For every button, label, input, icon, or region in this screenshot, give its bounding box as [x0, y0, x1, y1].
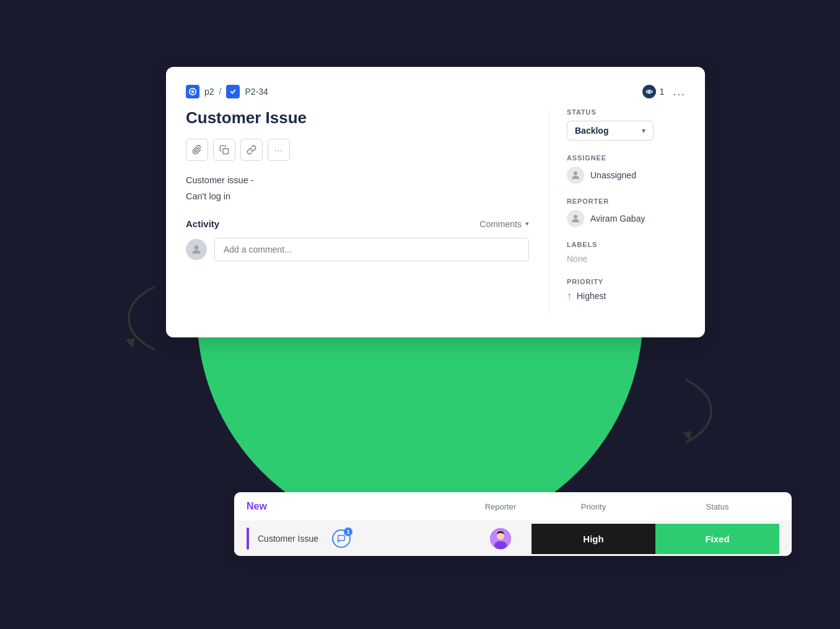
copy-icon — [219, 145, 229, 155]
issue-title: Customer Issue — [186, 108, 529, 128]
description-line2: Can't log in — [186, 191, 529, 201]
priority-text: High — [583, 534, 603, 544]
background-scene: p2 / P2-34 1 ... Customer Issue — [110, 36, 730, 593]
left-arrow-icon — [116, 281, 166, 355]
table-section-label: New — [247, 501, 470, 512]
svg-point-11 — [574, 215, 577, 219]
comment-bubble-icon: 1 — [332, 529, 351, 548]
priority-arrow-icon: ↑ — [567, 290, 572, 301]
breadcrumb-separator: / — [219, 87, 222, 97]
checkmark-icon — [229, 87, 237, 96]
priority-label: PRIORITY — [567, 278, 685, 285]
reporter-avatar-icon — [490, 528, 511, 549]
link-button[interactable] — [240, 139, 263, 161]
comments-filter-button[interactable]: Comments ▾ — [479, 219, 529, 229]
reporter-name: Aviram Gabay — [590, 214, 645, 223]
labels-value[interactable]: None — [567, 254, 587, 264]
assignee-user-icon — [570, 170, 581, 181]
project-logo-icon — [188, 87, 197, 96]
reporter-photo — [490, 528, 511, 549]
reporter-label: REPORTER — [567, 197, 685, 205]
assignee-avatar — [567, 167, 584, 184]
assignee-row[interactable]: Unassigned — [567, 167, 685, 184]
priority-row[interactable]: ↑ Highest — [567, 290, 685, 301]
priority-value: Highest — [577, 291, 606, 301]
svg-point-7 — [648, 90, 650, 93]
card-left: Customer Issue ··· Customer issue — [186, 108, 549, 315]
reporter-avatar — [567, 210, 584, 227]
attach-button[interactable] — [186, 139, 208, 161]
svg-point-9 — [195, 246, 199, 250]
reporter-field: REPORTER Aviram Gabay — [567, 197, 685, 227]
comments-label: Comments — [479, 219, 522, 229]
issue-card: p2 / P2-34 1 ... Customer Issue — [166, 67, 705, 337]
project-icon — [186, 85, 199, 98]
labels-label: LABELS — [567, 241, 685, 248]
toolbar: ··· — [186, 139, 529, 161]
status-dropdown[interactable]: Backlog ▾ — [567, 121, 654, 141]
chat-icon — [337, 534, 346, 543]
svg-rect-8 — [223, 149, 229, 154]
watch-badge[interactable]: 1 — [642, 85, 665, 98]
table-row[interactable]: Customer Issue 1 — [234, 521, 792, 556]
more-dots-icon: ··· — [274, 145, 283, 155]
right-bottom-arrow-icon — [674, 374, 724, 448]
copy-button[interactable] — [213, 139, 235, 161]
eye-icon — [645, 87, 654, 96]
assignee-label: ASSIGNEE — [567, 154, 685, 162]
user-icon — [190, 243, 203, 256]
assignee-field: ASSIGNEE Unassigned — [567, 154, 685, 184]
table-header: New Reporter Priority Status — [234, 492, 792, 521]
labels-field: LABELS None — [567, 241, 685, 264]
more-options-icon[interactable]: ... — [673, 84, 685, 98]
card-right-sidebar: STATUS Backlog ▾ ASSIGNEE Unassigned — [549, 108, 685, 315]
table-col-priority: Priority — [532, 502, 655, 511]
watch-eye-icon — [642, 85, 656, 98]
issue-icon — [226, 85, 240, 98]
table-col-status: Status — [655, 502, 779, 511]
description-line1: Customer issue - — [186, 173, 529, 188]
link-icon — [247, 145, 256, 155]
reporter-row[interactable]: Aviram Gabay — [567, 210, 685, 227]
svg-point-4 — [191, 90, 194, 92]
more-actions-button[interactable]: ··· — [268, 139, 290, 161]
reporter-user-icon — [570, 213, 581, 224]
breadcrumb-project: p2 — [204, 87, 214, 97]
breadcrumb-issue-id: P2-34 — [245, 87, 268, 97]
svg-marker-0 — [125, 338, 135, 348]
status-field: STATUS Backlog ▾ — [567, 108, 685, 141]
priority-cell[interactable]: High — [532, 524, 655, 554]
reporter-avatar-cell — [470, 528, 532, 549]
breadcrumb-actions: 1 ... — [642, 84, 685, 98]
chevron-down-icon: ▾ — [642, 127, 645, 135]
attach-icon — [192, 145, 202, 155]
comment-area — [186, 238, 529, 261]
activity-label: Activity — [186, 219, 219, 229]
status-label: STATUS — [567, 108, 685, 116]
svg-point-10 — [574, 171, 577, 175]
status-value: Backlog — [575, 126, 608, 136]
card-body: Customer Issue ··· Customer issue — [186, 108, 685, 315]
table-col-reporter: Reporter — [470, 502, 532, 511]
row-comment-badge[interactable]: 1 — [332, 529, 351, 548]
priority-field: PRIORITY ↑ Highest — [567, 278, 685, 301]
assignee-name: Unassigned — [590, 170, 636, 180]
breadcrumb: p2 / P2-34 1 ... — [186, 84, 685, 98]
row-issue-name: Customer Issue — [258, 534, 318, 544]
status-cell[interactable]: Fixed — [655, 524, 779, 554]
row-left: Customer Issue 1 — [247, 527, 470, 550]
comments-chevron-icon: ▾ — [525, 220, 529, 228]
comment-input[interactable] — [214, 238, 529, 261]
comment-count: 1 — [344, 527, 352, 536]
svg-marker-2 — [683, 431, 691, 441]
commenter-avatar — [186, 239, 207, 260]
status-text: Fixed — [705, 534, 729, 544]
watch-count: 1 — [660, 87, 665, 97]
row-color-bar — [247, 527, 249, 550]
table-card: New Reporter Priority Status Customer Is… — [234, 492, 792, 556]
activity-header: Activity Comments ▾ — [186, 219, 529, 229]
